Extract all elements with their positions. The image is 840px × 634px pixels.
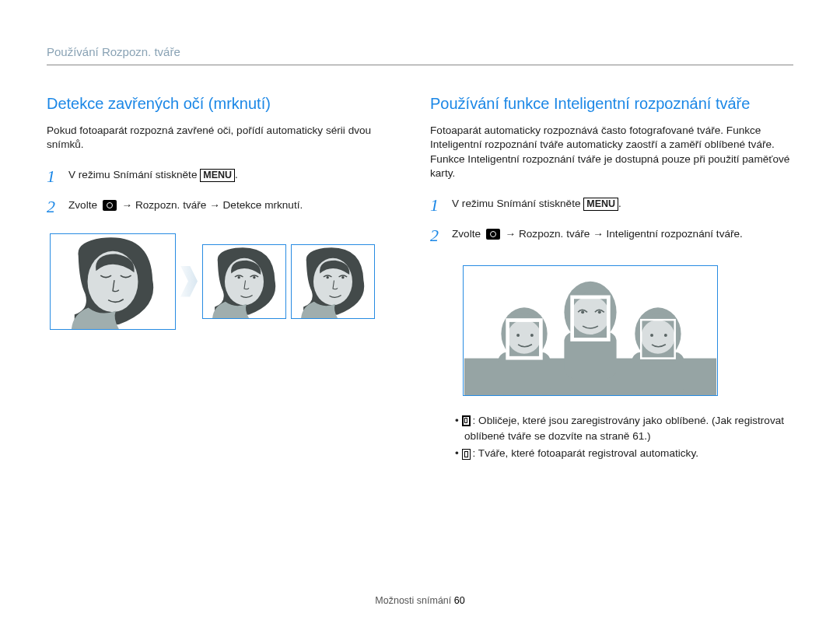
menu-key-icon: MENU [583, 198, 618, 211]
camera-icon [486, 229, 500, 240]
group-svg [464, 266, 717, 395]
right-step-2: 2 Zvolte → Rozpozn. tváře → Inteligentní… [430, 224, 793, 248]
legend-item-favorite: : Obličeje, které jsou zaregistrovány ja… [464, 413, 793, 445]
face-frame-large [50, 233, 176, 330]
step-text-mid: → Rozpozn. tváře → Inteligentní rozpozná… [502, 228, 740, 240]
page: Používání Rozpozn. tváře Detekce zavřený… [0, 0, 840, 464]
step-text-a: V režimu Snímání stiskněte [452, 198, 583, 209]
step-text-b: . [235, 169, 238, 180]
svg-point-26 [664, 333, 667, 336]
svg-point-19 [507, 320, 541, 353]
step-text-b: . [299, 199, 303, 211]
svg-point-4 [238, 276, 240, 278]
face-frame-small-2 [291, 244, 375, 319]
legend-item-auto: : Tváře, které fotoaparát registroval au… [464, 446, 793, 461]
svg-point-15 [581, 310, 584, 313]
legend-text-2: : Tváře, které fotoaparát registroval au… [473, 447, 698, 459]
svg-point-9 [341, 276, 344, 278]
svg-point-21 [530, 333, 534, 336]
blink-illustration [50, 233, 396, 330]
blink-heading: Detekce zavřených očí (mrknutí) [47, 95, 396, 113]
smart-heading: Používání funkce Inteligentní rozpoznání… [430, 95, 793, 113]
step-number: 1 [47, 165, 68, 189]
right-column: Používání funkce Inteligentní rozpoznání… [430, 95, 793, 464]
legend-list: : Obličeje, které jsou zaregistrovány ja… [430, 413, 793, 462]
step-text-b: . [618, 198, 621, 209]
step-text-a: V režimu Snímání stiskněte [68, 169, 200, 180]
face-svg [51, 234, 175, 329]
group-illustration [463, 265, 718, 396]
left-column: Detekce zavřených očí (mrknutí) Pokud fo… [47, 95, 396, 464]
blink-intro: Pokud fotoaparát rozpozná zavřené oči, p… [47, 124, 396, 152]
content-columns: Detekce zavřených očí (mrknutí) Pokud fo… [47, 95, 793, 464]
step-text-a: Zvolte [452, 228, 484, 240]
right-step-1: 1 V režimu Snímání stiskněte MENU. [430, 194, 793, 218]
footer: Možnosti snímání 60 [0, 594, 840, 606]
camera-icon [103, 200, 117, 211]
menu-key-icon: MENU [200, 169, 235, 182]
footer-section: Možnosti snímání [375, 595, 453, 606]
svg-point-5 [253, 276, 255, 278]
svg-point-16 [598, 310, 601, 313]
svg-point-20 [516, 333, 520, 336]
chevron-right-icon [180, 266, 198, 297]
running-header: Používání Rozpozn. tváře [47, 45, 793, 58]
svg-point-25 [650, 333, 653, 336]
divider [47, 65, 793, 65]
step-number: 2 [47, 195, 68, 219]
svg-point-24 [641, 320, 674, 353]
step-number: 1 [430, 194, 452, 218]
step-text-b: . [740, 228, 743, 240]
left-step-1: 1 V režimu Snímání stiskněte MENU. [47, 165, 396, 189]
face-frame-small-1 [202, 244, 286, 319]
step-text-a: Zvolte [68, 199, 100, 211]
step-number: 2 [430, 224, 452, 248]
smart-intro: Fotoaparát automaticky rozpoznává často … [430, 124, 793, 181]
legend-text-1: : Obličeje, které jsou zaregistrovány ja… [464, 415, 784, 442]
auto-rect-icon [462, 449, 471, 460]
svg-point-8 [327, 276, 329, 278]
footer-page-number: 60 [454, 595, 465, 606]
favorite-rect-icon [462, 415, 471, 426]
left-step-2: 2 Zvolte → Rozpozn. tváře → Detekce mrkn… [47, 195, 396, 219]
step-text-mid: → Rozpozn. tváře → Detekce mrknutí [119, 199, 300, 211]
